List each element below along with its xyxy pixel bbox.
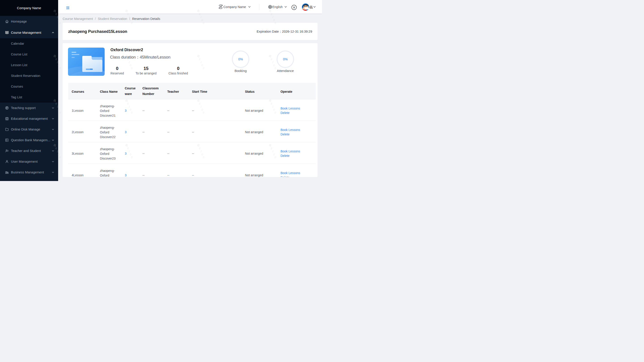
svg-text:¥: ¥ — [293, 6, 295, 9]
